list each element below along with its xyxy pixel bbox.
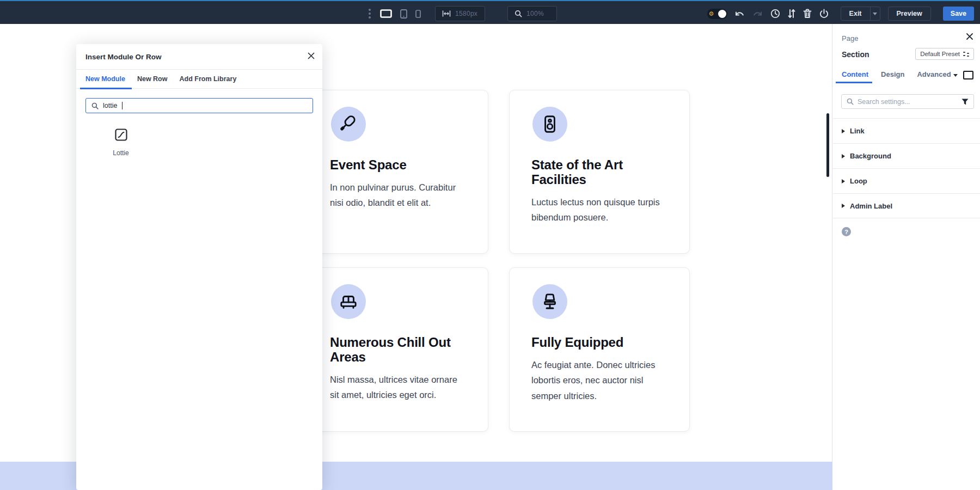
settings-tabs: Content Design Advanced	[842, 70, 951, 78]
settings-accordions: Link Background Loop Admin Label	[833, 118, 980, 218]
feature-card-fully-equipped[interactable]: Fully Equipped Ac feugiat ante. Donec ul…	[509, 267, 690, 432]
breadcrumb-page[interactable]: Page	[842, 34, 858, 42]
desktop-view-icon[interactable]	[380, 9, 392, 18]
card-body: In non pulvinar purus. Curabitur nisi od…	[330, 180, 467, 211]
card-title: Fully Equipped	[531, 335, 669, 350]
office-chair-icon	[532, 284, 567, 319]
module-result-label: Lottie	[106, 149, 136, 157]
accordion-label: Loop	[850, 177, 867, 185]
chevron-down-icon[interactable]	[953, 74, 958, 77]
more-options-icon[interactable]	[368, 8, 371, 19]
active-tab-underline	[80, 88, 132, 89]
settings-panel: Page Section Default Preset Content Desi…	[833, 24, 980, 490]
close-icon[interactable]	[966, 33, 973, 40]
gear-icon: ⚙	[709, 10, 714, 17]
magnifier-icon	[847, 98, 854, 105]
exit-button-label: Exit	[841, 10, 870, 17]
undo-icon[interactable]	[734, 10, 745, 17]
accordion-label: Admin Label	[850, 202, 892, 210]
microphone-icon	[331, 107, 366, 142]
expand-panel-icon[interactable]	[963, 71, 973, 79]
active-tab-underline	[836, 82, 872, 83]
module-search-value: lottie	[103, 102, 117, 109]
filter-icon[interactable]	[961, 99, 969, 105]
settings-search-input[interactable]	[857, 98, 958, 106]
card-body: Nisl massa, ultrices vitae ornare sit am…	[330, 372, 467, 403]
builder-toolbar: 1580px 100% ⚙	[0, 0, 980, 24]
accordion-label: Background	[850, 152, 891, 160]
zoom-control[interactable]: 100%	[507, 6, 557, 21]
chevron-right-icon	[842, 154, 845, 158]
feature-card-event-space[interactable]: Event Space In non pulvinar purus. Curab…	[308, 90, 488, 254]
modal-tabs: New Module New Row Add From Library	[76, 70, 322, 89]
divi-builder-screen: 1580px 100% ⚙	[0, 0, 980, 490]
history-icon[interactable]	[770, 9, 780, 19]
chevron-right-icon	[842, 204, 845, 208]
phone-view-icon[interactable]	[415, 10, 421, 18]
accordion-background[interactable]: Background	[833, 143, 980, 168]
chevron-down-icon	[873, 13, 877, 15]
modal-title: Insert Module Or Row	[85, 53, 162, 61]
module-result-lottie[interactable]: Lottie	[106, 128, 136, 157]
redo-icon[interactable]	[752, 10, 763, 17]
builder-settings-toggle[interactable]: ⚙	[707, 9, 727, 19]
card-body: Luctus lectus non quisque turpis bibendu…	[531, 194, 669, 225]
exit-button[interactable]: Exit	[841, 7, 880, 21]
close-icon[interactable]	[308, 52, 315, 59]
card-title: Numerous Chill Out Areas	[330, 335, 467, 365]
text-cursor	[122, 102, 122, 109]
default-preset-button[interactable]: Default Preset	[915, 48, 974, 60]
panel-scrollbar[interactable]	[826, 113, 829, 177]
canvas-width-control[interactable]: 1580px	[435, 6, 485, 21]
chevron-right-icon	[842, 179, 845, 183]
preset-button-label: Default Preset	[920, 51, 960, 57]
preview-button-label: Preview	[889, 10, 930, 17]
modal-header: Insert Module Or Row	[76, 44, 322, 70]
power-icon[interactable]	[819, 9, 829, 19]
tab-add-from-library[interactable]: Add From Library	[179, 75, 236, 83]
module-search-input[interactable]: lottie	[85, 98, 313, 113]
arrows-horizontal-icon	[442, 10, 451, 17]
tab-advanced[interactable]: Advanced	[917, 70, 951, 78]
sort-layers-icon[interactable]	[788, 9, 795, 19]
feature-card-chill-out[interactable]: Numerous Chill Out Areas Nisl massa, ult…	[308, 267, 488, 432]
help-icon[interactable]: ?	[842, 227, 851, 236]
preset-icon	[963, 51, 969, 57]
toolbar-view-controls: 1580px 100%	[368, 2, 557, 25]
magnifier-icon	[514, 10, 522, 17]
accordion-label: Link	[850, 127, 865, 135]
tab-design[interactable]: Design	[881, 70, 904, 78]
card-body: Ac feugiat ante. Donec ultricies loborti…	[531, 357, 669, 403]
section-title: Section	[842, 50, 869, 59]
speaker-icon	[532, 107, 567, 142]
settings-tabs-extra	[953, 71, 973, 79]
tab-new-row[interactable]: New Row	[137, 75, 168, 83]
accordion-loop[interactable]: Loop	[833, 168, 980, 193]
save-button-label: Save	[951, 10, 966, 17]
save-button[interactable]: Save	[943, 7, 974, 21]
toolbar-actions: ⚙ Exit	[707, 2, 974, 25]
toggle-knob	[718, 10, 726, 18]
canvas-width-value: 1580px	[455, 10, 477, 17]
sofa-icon	[331, 284, 366, 319]
card-title: State of the Art Facilities	[531, 158, 669, 187]
magnifier-icon	[91, 102, 99, 109]
lottie-module-icon	[115, 128, 127, 141]
card-title: Event Space	[330, 158, 467, 173]
tablet-view-icon[interactable]	[400, 9, 407, 19]
exit-dropdown-button[interactable]	[870, 7, 880, 21]
settings-search	[841, 94, 974, 109]
tab-new-module[interactable]: New Module	[85, 75, 125, 83]
zoom-value: 100%	[526, 10, 544, 17]
chevron-right-icon	[842, 129, 845, 133]
tab-content[interactable]: Content	[842, 70, 868, 78]
trash-icon[interactable]	[803, 9, 812, 19]
insert-module-modal: Insert Module Or Row New Module New Row …	[76, 44, 322, 490]
accordion-link[interactable]: Link	[833, 118, 980, 143]
feature-card-facilities[interactable]: State of the Art Facilities Luctus lectu…	[509, 90, 690, 254]
accordion-admin-label[interactable]: Admin Label	[833, 193, 980, 218]
preview-button[interactable]: Preview	[888, 7, 931, 21]
